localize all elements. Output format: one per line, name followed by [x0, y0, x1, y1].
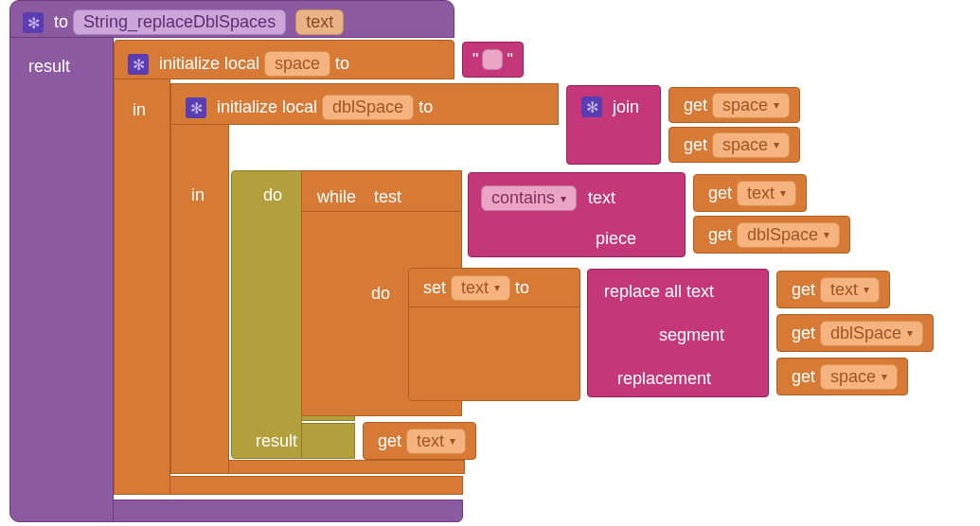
- var-dropdown-text[interactable]: text: [406, 429, 466, 454]
- do-result-bottom: [301, 423, 355, 459]
- gear-icon[interactable]: [581, 96, 602, 117]
- to-label: to: [515, 278, 529, 298]
- join-arg-2[interactable]: get space: [668, 127, 800, 163]
- set-label: set: [423, 278, 446, 298]
- string-literal[interactable]: " ": [462, 42, 524, 78]
- replace-row2: segment: [650, 320, 734, 351]
- gear-icon[interactable]: [128, 54, 149, 75]
- set-var-dropdown[interactable]: text: [451, 275, 510, 301]
- replace-segment-arg[interactable]: get dblSpace: [776, 314, 934, 352]
- var-dropdown-space[interactable]: space: [712, 93, 790, 118]
- contains-op-dropdown[interactable]: contains: [481, 185, 577, 211]
- var-dropdown-text[interactable]: text: [737, 181, 796, 206]
- local2-left: [170, 124, 229, 474]
- replace-replacement-arg[interactable]: get space: [776, 358, 908, 395]
- proc-body-left: [9, 37, 114, 522]
- get-label: get: [684, 135, 707, 155]
- replace-row1: replace all text: [595, 276, 723, 307]
- result-label-inner: result: [246, 426, 307, 457]
- do-label: do: [254, 180, 292, 211]
- get-label: get: [792, 324, 815, 343]
- while-header: while test: [303, 182, 416, 213]
- proc-header[interactable]: to String_replaceDblSpaces text: [13, 4, 353, 41]
- in-label-1: in: [123, 95, 155, 126]
- get-label: get: [708, 225, 732, 245]
- get-label: get: [684, 96, 707, 115]
- contains-row1: contains text: [472, 180, 630, 217]
- in-label-2: in: [182, 180, 214, 211]
- initialize-local-label: initialize local: [159, 54, 259, 74]
- replace-row3: replacement: [608, 363, 721, 394]
- local2-bottom: [228, 460, 465, 474]
- result-get-text[interactable]: get text: [363, 422, 476, 460]
- get-label: get: [378, 431, 401, 451]
- do-result-block[interactable]: [231, 170, 302, 459]
- get-label: get: [792, 280, 815, 300]
- local2-header[interactable]: initialize local dblSpace to: [176, 89, 447, 126]
- contains-text-arg[interactable]: get text: [693, 174, 807, 212]
- proc-body-bottom: [113, 500, 463, 522]
- var-dropdown-dblspace[interactable]: dblSpace: [820, 321, 923, 346]
- gear-icon[interactable]: [186, 97, 206, 118]
- var-dropdown-space[interactable]: space: [820, 364, 898, 390]
- get-label: get: [708, 184, 732, 203]
- local2-var[interactable]: dblSpace: [322, 95, 414, 120]
- local1-bottom: [169, 476, 463, 495]
- local1-left: [114, 79, 170, 495]
- get-label: get: [792, 367, 815, 387]
- join-arg-1[interactable]: get space: [668, 87, 800, 123]
- local1-var[interactable]: space: [264, 51, 330, 77]
- to-label: to: [54, 12, 68, 32]
- var-dropdown-text[interactable]: text: [820, 277, 880, 303]
- set-body: [408, 307, 580, 401]
- gear-icon[interactable]: [23, 12, 44, 33]
- initialize-local-label: initialize local: [217, 97, 317, 117]
- quote-left: ": [472, 50, 478, 70]
- string-value[interactable]: [482, 49, 503, 70]
- to-label: to: [419, 97, 433, 117]
- var-dropdown-space[interactable]: space: [712, 132, 790, 158]
- proc-param[interactable]: text: [295, 9, 344, 35]
- replace-text-arg[interactable]: get text: [776, 271, 890, 308]
- join-header: join: [572, 91, 653, 123]
- quote-right: ": [507, 50, 512, 70]
- set-block[interactable]: set text to: [408, 268, 580, 307]
- var-dropdown-dblspace[interactable]: dblSpace: [737, 222, 840, 248]
- local1-header[interactable]: initialize local space to: [118, 45, 364, 82]
- contains-piece-arg[interactable]: get dblSpace: [693, 216, 850, 254]
- to-label: to: [335, 54, 349, 74]
- proc-name[interactable]: String_replaceDblSpaces: [73, 9, 286, 35]
- while-do-label: do: [362, 278, 400, 309]
- contains-row2: piece: [581, 223, 650, 254]
- result-label: result: [19, 51, 80, 82]
